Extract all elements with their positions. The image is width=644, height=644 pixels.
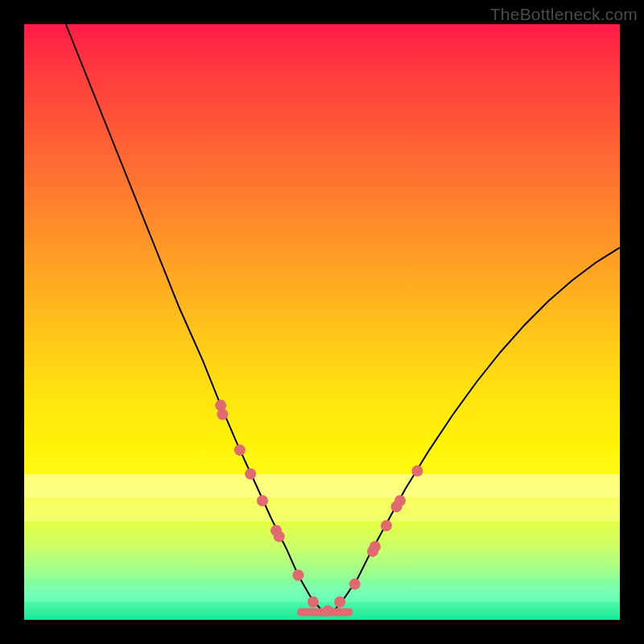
data-point <box>274 530 285 542</box>
watermark-text: TheBottleneck.com <box>490 5 638 24</box>
data-point <box>292 569 303 580</box>
plot-area <box>24 24 620 620</box>
data-point <box>369 541 381 552</box>
data-point <box>245 469 256 480</box>
data-point <box>308 597 319 608</box>
data-point <box>334 597 345 608</box>
data-point <box>322 605 333 617</box>
data-point <box>234 444 246 456</box>
data-point <box>394 495 406 506</box>
data-point <box>349 579 361 590</box>
data-point <box>217 409 228 420</box>
data-point <box>381 520 392 531</box>
curve-line <box>66 24 620 611</box>
data-point <box>411 465 423 477</box>
chart-frame: TheBottleneck.com <box>0 0 644 644</box>
chart-svg <box>24 24 620 620</box>
data-point <box>257 495 268 506</box>
